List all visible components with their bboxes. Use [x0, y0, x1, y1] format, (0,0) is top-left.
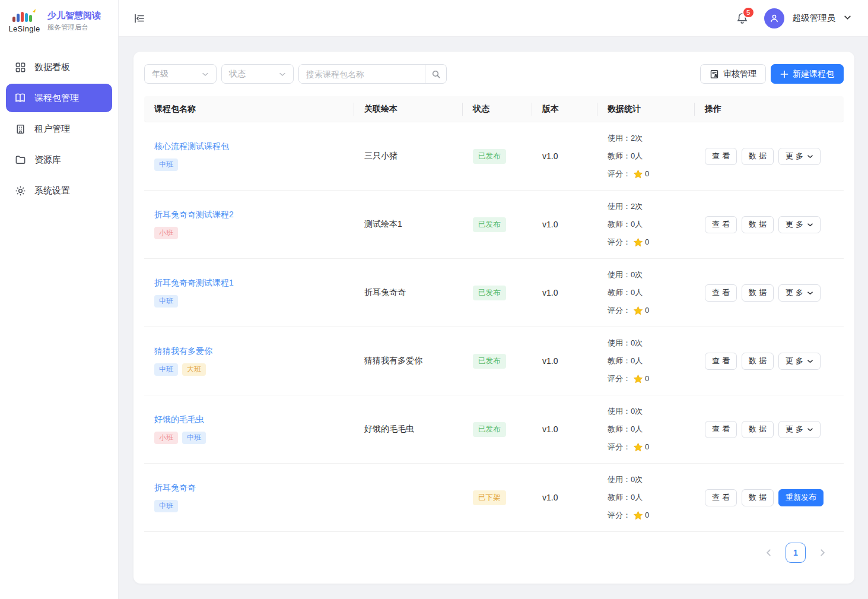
gear-icon: [14, 185, 26, 197]
more-button[interactable]: 更多: [778, 421, 821, 438]
table-row: 折耳兔奇奇测试课程2 小班 测试绘本1 已发布 v1.0 使用：2次 教师：0人…: [144, 191, 844, 259]
search-input[interactable]: [299, 65, 425, 83]
data-button[interactable]: 数据: [742, 148, 774, 165]
sidebar-item-label: 系统设置: [34, 185, 70, 197]
column-header-version: 版本: [532, 96, 597, 122]
audit-management-button[interactable]: 审核管理: [700, 64, 766, 84]
package-name-link[interactable]: 折耳兔奇奇: [154, 483, 196, 493]
user-menu-chevron-down-icon[interactable]: [844, 14, 851, 23]
search-box: [298, 64, 447, 84]
data-button[interactable]: 数据: [742, 284, 774, 302]
sidebar-item-label: 资源库: [34, 154, 61, 166]
sidebar-collapse-icon[interactable]: [132, 11, 147, 26]
status-badge: 已发布: [473, 354, 506, 369]
course-package-table: 课程包名称 关联绘本 状态 版本 数据统计 操作 核心流程测试课程包 中班 三只…: [144, 96, 844, 532]
row-actions: 查看数据更多: [705, 148, 844, 165]
more-button[interactable]: 更多: [778, 353, 821, 370]
version-cell: v1.0: [542, 424, 558, 434]
data-button[interactable]: 数据: [742, 421, 774, 438]
more-button[interactable]: 更多: [778, 284, 821, 302]
stats-cell: 使用：2次 教师：0人 评分：0: [597, 129, 695, 183]
star-icon: [633, 442, 643, 452]
linked-book-cell: 折耳兔奇奇: [354, 287, 463, 298]
sidebar-item-label: 数据看板: [34, 62, 70, 73]
linked-book-cell: 三只小猪: [354, 151, 463, 161]
view-button[interactable]: 查看: [705, 148, 737, 165]
app-title: 少儿智慧阅读: [47, 10, 101, 21]
version-cell: v1.0: [542, 220, 558, 229]
row-actions: 查看数据更多: [705, 421, 844, 438]
notification-bell-icon[interactable]: 5: [735, 11, 750, 26]
linked-book-cell: 测试绘本1: [354, 219, 463, 230]
view-button[interactable]: 查看: [705, 489, 737, 506]
stats-cell: 使用：0次 教师：0人 评分：0: [597, 471, 695, 524]
create-package-button[interactable]: 新建课程包: [771, 64, 844, 84]
star-icon: [633, 306, 643, 316]
brand: LeSingle 少儿智慧阅读 服务管理后台: [0, 0, 118, 42]
package-name-link[interactable]: 核心流程测试课程包: [154, 141, 229, 152]
column-header-actions: 操作: [695, 96, 844, 122]
package-name-link[interactable]: 折耳兔奇奇测试课程2: [154, 210, 234, 220]
user-name: 超级管理员: [793, 12, 836, 24]
search-button[interactable]: [425, 65, 446, 83]
status-badge: 已发布: [473, 217, 506, 232]
table-body: 核心流程测试课程包 中班 三只小猪 已发布 v1.0 使用：2次 教师：0人 评…: [144, 122, 844, 532]
grade-tags: 中班: [154, 159, 354, 170]
star-icon: [633, 169, 643, 179]
data-button[interactable]: 数据: [742, 353, 774, 370]
status-badge: 已发布: [473, 286, 506, 300]
column-header-status: 状态: [463, 96, 532, 122]
data-button[interactable]: 数据: [742, 489, 774, 506]
sidebar-item-tenants[interactable]: 租户管理: [6, 115, 112, 143]
grade-select-placeholder: 年级: [152, 69, 168, 80]
folder-icon: [14, 154, 26, 166]
status-select[interactable]: 状态: [221, 64, 294, 84]
create-button-label: 新建课程包: [793, 69, 834, 80]
sidebar-item-dashboard[interactable]: 数据看板: [6, 53, 112, 81]
table-header: 课程包名称 关联绘本 状态 版本 数据统计 操作: [144, 96, 844, 122]
sidebar-item-course-packages[interactable]: 课程包管理: [6, 84, 112, 112]
pagination: 1: [144, 543, 844, 563]
row-actions: 查看数据更多: [705, 284, 844, 302]
version-cell: v1.0: [542, 493, 558, 502]
star-icon: [633, 237, 643, 248]
grade-tag: 大班: [182, 363, 206, 375]
grade-select[interactable]: 年级: [144, 64, 217, 84]
more-button[interactable]: 更多: [778, 216, 821, 233]
grade-tag: 中班: [154, 159, 178, 170]
grade-tags: 小班: [154, 227, 354, 239]
republish-button[interactable]: 重新发布: [778, 489, 824, 506]
sidebar-menu: 数据看板 课程包管理 租户管理: [0, 52, 118, 205]
chevron-down-icon: [807, 153, 813, 160]
page-number-1[interactable]: 1: [786, 543, 806, 563]
version-cell: v1.0: [542, 151, 558, 161]
table-row: 折耳兔奇奇测试课程1 中班 折耳兔奇奇 已发布 v1.0 使用：0次 教师：0人…: [144, 259, 844, 327]
filter-toolbar: 年级 状态 审核管理 新建课程包: [144, 64, 844, 84]
status-badge: 已发布: [473, 422, 506, 437]
book-icon: [14, 92, 26, 104]
data-button[interactable]: 数据: [742, 216, 774, 233]
user-avatar[interactable]: [764, 8, 784, 28]
linked-book-cell: 猜猜我有多爱你: [354, 356, 463, 366]
view-button[interactable]: 查看: [705, 421, 737, 438]
view-button[interactable]: 查看: [705, 284, 737, 302]
sidebar-item-settings[interactable]: 系统设置: [6, 176, 112, 205]
row-actions: 查看数据重新发布: [705, 489, 844, 506]
more-button[interactable]: 更多: [778, 148, 821, 165]
view-button[interactable]: 查看: [705, 353, 737, 370]
course-package-panel: 年级 状态 审核管理 新建课程包: [133, 52, 854, 584]
table-row: 核心流程测试课程包 中班 三只小猪 已发布 v1.0 使用：2次 教师：0人 评…: [144, 122, 844, 191]
next-page-icon[interactable]: [815, 546, 829, 560]
view-button[interactable]: 查看: [705, 216, 737, 233]
prev-page-icon[interactable]: [762, 546, 776, 560]
stats-cell: 使用：0次 教师：0人 评分：0: [597, 334, 695, 388]
column-header-stats: 数据统计: [597, 96, 695, 122]
stats-cell: 使用：0次 教师：0人 评分：0: [597, 266, 695, 319]
row-actions: 查看数据更多: [705, 216, 844, 233]
package-name-link[interactable]: 折耳兔奇奇测试课程1: [154, 278, 234, 289]
package-name-link[interactable]: 猜猜我有多爱你: [154, 346, 212, 357]
linked-book-cell: 好饿的毛毛虫: [354, 424, 463, 435]
package-name-link[interactable]: 好饿的毛毛虫: [154, 414, 204, 425]
sidebar-item-resources[interactable]: 资源库: [6, 145, 112, 174]
sidebar: LeSingle 少儿智慧阅读 服务管理后台 数据看板 课程包: [0, 0, 119, 599]
